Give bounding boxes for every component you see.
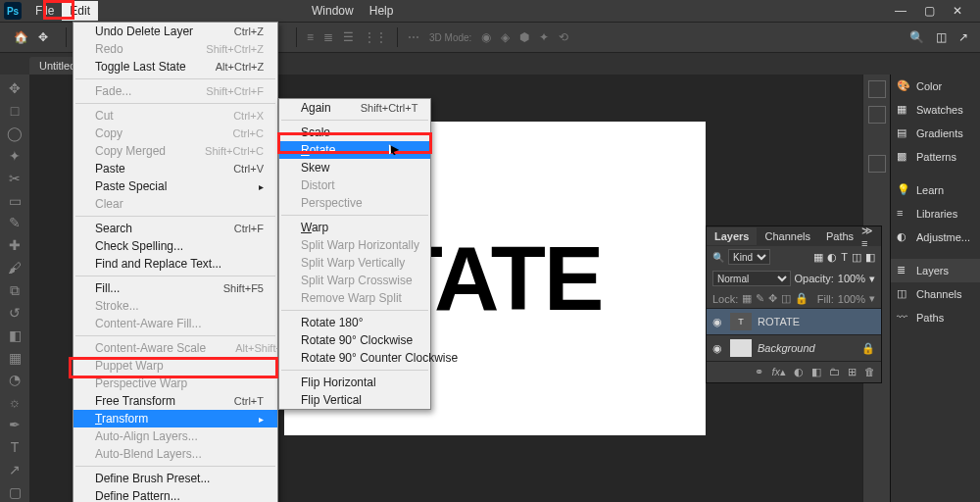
layer-item[interactable]: ◉ T ROTATE — [707, 308, 881, 334]
blur-tool[interactable]: ◔ — [4, 370, 25, 390]
delete-layer-icon[interactable]: 🗑 — [864, 366, 875, 378]
panel-icon[interactable] — [868, 106, 886, 124]
link-layers-icon[interactable]: ⚭ — [755, 366, 763, 378]
menu-item[interactable]: Perspective — [279, 194, 430, 212]
lock-icon[interactable]: ✥ — [768, 292, 777, 305]
menu-item[interactable]: Content-Aware ScaleAlt+Shift+Ctrl+C — [74, 339, 277, 357]
layer-item[interactable]: ◉ Background 🔒 — [707, 334, 881, 361]
menu-item[interactable]: Transform▸ — [74, 410, 277, 427]
menu-item[interactable]: Distort — [279, 176, 430, 194]
layers-tab[interactable]: Layers — [707, 227, 757, 245]
3d-icon[interactable]: ◈ — [501, 30, 510, 44]
panel-icon[interactable] — [868, 155, 886, 173]
workspace-icon[interactable]: ◫ — [936, 30, 947, 44]
paths-tab[interactable]: Paths — [818, 227, 861, 245]
panel-channels[interactable]: ◫Channels — [891, 282, 980, 306]
visibility-icon[interactable]: ◉ — [712, 342, 724, 355]
menu-item[interactable]: Rotate 90° Counter Clockwise — [279, 349, 430, 367]
filter-icon[interactable]: ◐ — [827, 251, 837, 264]
panel-paths[interactable]: 〰Paths — [891, 306, 980, 329]
menu-window[interactable]: Window — [304, 1, 362, 21]
layer-mask-icon[interactable]: ◐ — [794, 366, 804, 378]
menu-item[interactable]: Skew — [279, 159, 430, 176]
blend-mode-select[interactable]: Normal — [712, 271, 791, 286]
new-group-icon[interactable]: 🗀 — [829, 366, 840, 378]
lock-icon[interactable]: ◫ — [781, 292, 791, 305]
panel-color[interactable]: 🎨Color — [891, 75, 980, 98]
menu-item[interactable]: Content-Aware Fill... — [74, 315, 277, 332]
menu-item[interactable]: Perspective Warp — [74, 375, 277, 392]
kind-select[interactable]: Kind — [728, 249, 770, 265]
menu-item[interactable]: Paste Special▸ — [74, 177, 277, 195]
distribute-icon[interactable]: ⋮⋮ — [364, 30, 387, 44]
menu-edit[interactable]: Edit — [62, 1, 98, 21]
menu-item[interactable]: Define Brush Preset... — [74, 470, 277, 487]
distribute-icon[interactable]: ☰ — [343, 30, 354, 44]
menu-item[interactable]: CutCtrl+X — [74, 107, 277, 125]
panel-swatches[interactable]: ▦Swatches — [891, 98, 980, 122]
opacity-value[interactable]: 100% — [838, 273, 865, 284]
lasso-tool[interactable]: ◯ — [4, 124, 25, 144]
menu-item[interactable]: Stroke... — [74, 297, 277, 315]
menu-item[interactable]: Undo Delete LayerCtrl+Z — [74, 23, 277, 40]
history-brush-tool[interactable]: ↺ — [4, 302, 25, 323]
menu-item[interactable]: Toggle Last StateAlt+Ctrl+Z — [74, 58, 277, 75]
menu-item[interactable]: Remove Warp Split — [279, 289, 430, 307]
channels-tab[interactable]: Channels — [757, 227, 817, 245]
layer-name[interactable]: Background — [758, 342, 815, 354]
move-tool-icon[interactable]: ✥ — [38, 30, 48, 44]
new-fill-icon[interactable]: ◧ — [811, 366, 821, 378]
menu-item[interactable]: Flip Vertical — [279, 391, 430, 409]
window-maximize[interactable]: ▢ — [924, 4, 935, 18]
window-close[interactable]: ✕ — [953, 4, 962, 18]
menu-item[interactable]: Split Warp Vertically — [279, 254, 430, 272]
visibility-icon[interactable]: ◉ — [712, 316, 724, 328]
lock-icon[interactable]: ✎ — [756, 292, 764, 305]
menu-item[interactable]: Fill...Shift+F5 — [74, 279, 277, 297]
3d-icon[interactable]: ⬢ — [519, 30, 529, 44]
layer-fx-icon[interactable]: fx▴ — [771, 366, 786, 378]
wand-tool[interactable]: ✦ — [4, 146, 25, 167]
3d-icon[interactable]: ◉ — [481, 30, 491, 44]
3d-icon[interactable]: ✦ — [539, 30, 549, 44]
menu-item[interactable]: Auto-Align Layers... — [74, 427, 277, 445]
more-icon[interactable]: ⋯ — [408, 30, 419, 44]
3d-icon[interactable]: ⟲ — [559, 30, 568, 44]
menu-item[interactable]: RedoShift+Ctrl+Z — [74, 40, 277, 58]
frame-tool[interactable]: ▭ — [4, 190, 25, 211]
filter-icon[interactable]: ◫ — [852, 251, 861, 264]
menu-item[interactable]: Puppet Warp — [74, 357, 277, 375]
panel-learn[interactable]: 💡Learn — [891, 178, 980, 202]
share-icon[interactable]: ↗ — [958, 30, 968, 44]
eyedropper-tool[interactable]: ✎ — [4, 213, 25, 233]
menu-item[interactable]: SearchCtrl+F — [74, 220, 277, 237]
menu-item[interactable]: Flip Horizontal — [279, 374, 430, 391]
menu-help[interactable]: Help — [362, 1, 402, 21]
menu-item[interactable]: PasteCtrl+V — [74, 160, 277, 177]
panel-layers[interactable]: ≣Layers — [891, 259, 980, 282]
fill-value[interactable]: 100% — [838, 293, 865, 305]
panel-libraries[interactable]: ≡Libraries — [891, 202, 980, 226]
home-icon[interactable]: 🏠 — [14, 30, 28, 44]
marquee-tool[interactable]: □ — [4, 101, 25, 122]
crop-tool[interactable]: ✂ — [4, 168, 25, 188]
heal-tool[interactable]: ✚ — [4, 235, 25, 256]
menu-item[interactable]: Split Warp Horizontally — [279, 236, 430, 254]
eraser-tool[interactable]: ◧ — [4, 325, 25, 345]
path-tool[interactable]: ↗ — [4, 459, 25, 479]
type-tool[interactable]: T — [4, 437, 25, 458]
layer-name[interactable]: ROTATE — [758, 316, 800, 327]
lock-icon[interactable]: ▦ — [742, 292, 752, 305]
menu-item[interactable]: Split Warp Crosswise — [279, 272, 430, 289]
menu-item[interactable]: Rotate 90° Clockwise — [279, 331, 430, 349]
menu-item[interactable]: CopyCtrl+C — [74, 125, 277, 142]
menu-item[interactable]: Scale — [279, 124, 430, 141]
menu-item[interactable]: Fade...Shift+Ctrl+F — [74, 82, 277, 100]
menu-item[interactable]: Clear — [74, 195, 277, 213]
search-icon[interactable]: 🔍 — [909, 30, 924, 44]
pen-tool[interactable]: ✒ — [4, 415, 25, 435]
menu-item[interactable]: Rotate 180° — [279, 314, 430, 331]
align-icon[interactable]: ≡ — [307, 30, 314, 44]
menu-item[interactable]: AgainShift+Ctrl+T — [279, 99, 430, 117]
lock-icon[interactable]: 🔒 — [795, 292, 808, 305]
